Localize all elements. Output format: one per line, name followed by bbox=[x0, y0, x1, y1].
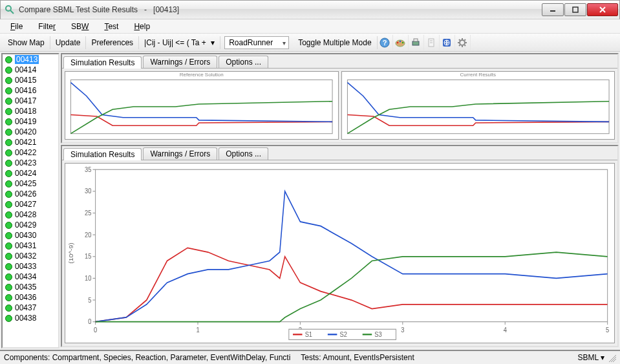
svg-text:S1: S1 bbox=[305, 330, 312, 338]
statusbar: Components: Compartment, Species, Reacti… bbox=[0, 350, 620, 364]
tab-options-lower[interactable]: Options ... bbox=[219, 147, 268, 160]
toggle-multiple-button[interactable]: Toggle Multiple Mode bbox=[293, 36, 377, 49]
status-sbml-dropdown[interactable]: SBML ▾ bbox=[577, 353, 604, 362]
svg-point-0 bbox=[6, 6, 11, 11]
test-id-label: 00435 bbox=[15, 283, 36, 292]
tab-options-upper[interactable]: Options ... bbox=[219, 56, 268, 68]
test-id-label: 00422 bbox=[15, 148, 36, 157]
formula-dropdown[interactable]: |Cij - Uij| <= ( Ta + ▾ bbox=[139, 36, 220, 49]
test-list-item[interactable]: 00422 bbox=[3, 147, 58, 158]
test-id-label: 00416 bbox=[15, 86, 36, 95]
printer-icon[interactable] bbox=[409, 35, 424, 50]
menu-sbw[interactable]: SBW bbox=[65, 21, 95, 32]
app-icon bbox=[5, 5, 15, 15]
test-id-label: 00438 bbox=[15, 314, 36, 323]
test-list-item[interactable]: 00427 bbox=[3, 199, 58, 209]
test-id-label: 00414 bbox=[15, 65, 36, 74]
test-list-item[interactable]: 00430 bbox=[3, 230, 58, 241]
status-dot-icon bbox=[5, 180, 12, 187]
test-list-item[interactable]: 00419 bbox=[3, 116, 58, 127]
svg-text:30: 30 bbox=[85, 187, 92, 195]
menu-file[interactable]: File bbox=[4, 21, 29, 32]
minimize-button[interactable] bbox=[542, 3, 564, 16]
svg-point-20 bbox=[460, 40, 465, 45]
runner-combobox[interactable]: RoadRunner bbox=[224, 36, 289, 49]
globe-icon[interactable] bbox=[440, 35, 455, 50]
test-id-label: 00431 bbox=[15, 241, 36, 250]
test-list-item[interactable]: 00414 bbox=[3, 65, 58, 75]
svg-text:S2: S2 bbox=[340, 330, 347, 338]
test-list-item[interactable]: 00429 bbox=[3, 220, 58, 230]
status-dot-icon bbox=[5, 191, 12, 198]
test-list-item[interactable]: 00424 bbox=[3, 168, 58, 178]
show-map-button[interactable]: Show Map bbox=[3, 36, 50, 49]
test-list-item[interactable]: 00434 bbox=[3, 272, 58, 282]
status-dot-icon bbox=[5, 263, 12, 270]
svg-text:10: 10 bbox=[85, 274, 92, 282]
update-button[interactable]: Update bbox=[50, 36, 87, 49]
test-list-item[interactable]: 00423 bbox=[3, 158, 58, 168]
menu-filter[interactable]: Filter bbox=[32, 21, 62, 32]
test-list-item[interactable]: 00436 bbox=[3, 292, 58, 303]
test-id-label: 00425 bbox=[15, 179, 36, 188]
preferences-button[interactable]: Preferences bbox=[86, 36, 139, 49]
test-list-item[interactable]: 00425 bbox=[3, 178, 58, 189]
test-list-item[interactable]: 00415 bbox=[3, 75, 58, 85]
test-id-label: 00418 bbox=[15, 107, 36, 116]
test-list-item[interactable]: 00438 bbox=[3, 313, 58, 323]
test-id-label: 00437 bbox=[15, 303, 36, 312]
test-list-item[interactable]: 00431 bbox=[3, 241, 58, 251]
toolbar: Show Map Update Preferences |Cij - Uij| … bbox=[0, 34, 620, 52]
svg-point-10 bbox=[400, 40, 401, 42]
test-id-label: 00415 bbox=[15, 76, 36, 85]
test-list-item[interactable]: 00432 bbox=[3, 251, 58, 261]
test-list-item[interactable]: 00426 bbox=[3, 189, 58, 199]
tab-warnings-errors-lower[interactable]: Warnings / Errors bbox=[143, 147, 217, 160]
test-list-item[interactable]: 00420 bbox=[3, 127, 58, 137]
status-dot-icon bbox=[5, 98, 12, 105]
test-list-sidebar[interactable]: 0041300414004150041600417004180041900420… bbox=[1, 53, 59, 348]
svg-text:25: 25 bbox=[85, 209, 92, 217]
svg-rect-29 bbox=[70, 80, 332, 133]
menu-help[interactable]: Help bbox=[127, 21, 156, 32]
test-list-item[interactable]: 00437 bbox=[3, 303, 58, 313]
test-id-label: 00424 bbox=[15, 169, 36, 178]
resize-grip[interactable] bbox=[607, 353, 616, 362]
test-id-label: 00419 bbox=[15, 117, 36, 126]
maximize-button[interactable] bbox=[564, 3, 586, 16]
test-list-item[interactable]: 00418 bbox=[3, 106, 58, 116]
svg-line-28 bbox=[465, 39, 466, 41]
tab-warnings-errors-upper[interactable]: Warnings / Errors bbox=[143, 56, 217, 68]
lower-tab-group: Simulation Results Warnings / Errors Opt… bbox=[61, 145, 619, 347]
tab-simulation-results-upper[interactable]: Simulation Results bbox=[63, 56, 142, 69]
test-list-item[interactable]: 00413 bbox=[3, 54, 58, 65]
current-results-chart: Current Results bbox=[341, 71, 615, 140]
window-title: Compare SBML Test Suite Results bbox=[19, 5, 138, 14]
svg-rect-60 bbox=[96, 169, 608, 321]
help-icon[interactable]: ? bbox=[378, 35, 393, 50]
svg-point-11 bbox=[402, 41, 404, 43]
test-list-item[interactable]: 00416 bbox=[3, 85, 58, 96]
menu-test[interactable]: Test bbox=[98, 21, 125, 32]
svg-text:0: 0 bbox=[94, 326, 98, 334]
test-id-label: 00421 bbox=[15, 138, 36, 147]
test-id-label: 00413 bbox=[15, 55, 39, 64]
test-id-label: 00433 bbox=[15, 262, 36, 271]
test-list-item[interactable]: 00428 bbox=[3, 209, 58, 220]
test-list-item[interactable]: 00435 bbox=[3, 282, 58, 292]
status-dot-icon bbox=[5, 211, 12, 219]
tab-simulation-results-lower[interactable]: Simulation Results bbox=[63, 148, 142, 160]
svg-text:35: 35 bbox=[85, 166, 92, 173]
gear-icon[interactable] bbox=[455, 35, 471, 50]
svg-rect-3 bbox=[573, 7, 578, 12]
window-title-id: [00413] bbox=[153, 5, 179, 14]
test-list-item[interactable]: 00433 bbox=[3, 261, 58, 272]
test-list-item[interactable]: 00421 bbox=[3, 137, 58, 147]
status-dot-icon bbox=[5, 305, 12, 312]
title-separator: - bbox=[144, 5, 147, 14]
test-list-item[interactable]: 00417 bbox=[3, 96, 58, 106]
palette-icon[interactable] bbox=[393, 35, 409, 50]
close-button[interactable] bbox=[587, 3, 618, 16]
svg-text:5: 5 bbox=[606, 326, 610, 334]
document-icon[interactable] bbox=[424, 35, 440, 50]
